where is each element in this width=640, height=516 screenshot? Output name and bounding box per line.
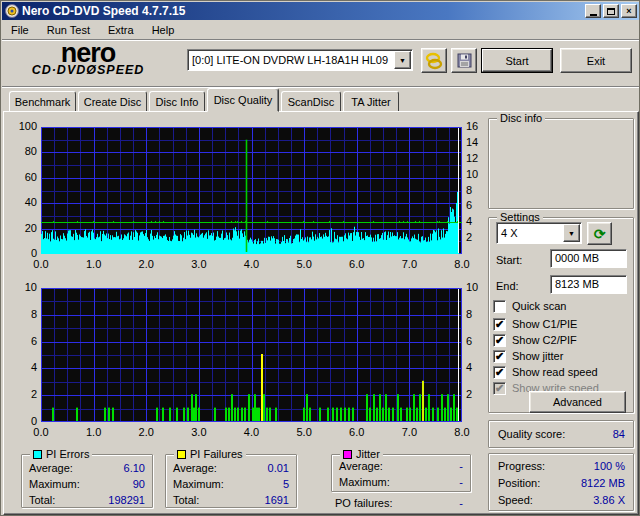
checkbox-box[interactable]: ✔ [493,334,506,347]
change-disc-button[interactable] [421,48,447,73]
pif-yaxis-tick-right: 6 [466,335,472,347]
quality-score-label: Quality score: [498,428,565,440]
speed-selector[interactable]: 4 X ▼ [496,222,582,244]
cddvdspeed-logo-text: CD·DVDØSPEED [13,63,163,77]
exit-button[interactable]: Exit [560,48,632,73]
refresh-button[interactable]: ⟳ [587,222,612,245]
pif-xaxis-tick: 8.0 [447,426,477,438]
minimize-icon [590,14,597,16]
drive-selector-value: [0:0] LITE-ON DVDRW LH-18A1H HL09 [188,54,393,66]
menu-run-test[interactable]: Run Test [38,22,99,38]
pif-total-label: Total: [173,494,199,506]
app-icon [5,4,19,18]
pie-xaxis-tick: 8.0 [447,258,477,270]
speed-yaxis-tick: 6 [466,199,472,211]
advanced-button[interactable]: Advanced [529,391,626,413]
jitter-average-value: - [401,460,463,472]
pif-yaxis-tick-right: 2 [466,388,472,400]
scan-start-field[interactable]: 0000 MB [550,249,627,268]
pie-yaxis-tick: 40 [11,196,37,208]
checkbox-label: Show jitter [512,350,563,362]
maximize-button[interactable] [603,4,619,18]
pif-xaxis-tick: 0.0 [26,426,56,438]
tab-disc-info[interactable]: Disc Info [149,91,205,112]
pif-yaxis-tick: 8 [11,308,37,320]
chevron-down-icon[interactable]: ▼ [563,224,580,242]
tab-benchmark[interactable]: Benchmark [9,91,76,112]
checkbox-box[interactable]: ✔ [493,366,506,379]
pie-yaxis-tick: 60 [11,171,37,183]
po-failures-label: PO failures: [335,497,392,509]
disc-info-groupbox: Disc info [488,118,634,209]
title-bar[interactable]: Nero CD-DVD Speed 4.7.7.15 × [2,2,639,20]
nero-logo: nero CD·DVDØSPEED [13,43,163,77]
checkbox-label: Show read speed [512,366,598,378]
pif-yaxis-tick: 10 [11,281,37,293]
pie-total-value: 198291 [91,494,145,506]
checkbox-label: Quick scan [512,300,566,312]
speed-yaxis-tick: 14 [466,136,478,148]
scan-end-field[interactable]: 8123 MB [550,275,627,294]
quality-score-value: 84 [561,428,625,440]
pie-average-value: 6.10 [91,462,145,474]
pif-xaxis-tick: 4.0 [237,426,267,438]
jitter-title: Jitter [340,448,383,460]
save-button[interactable] [451,48,477,73]
pie-xaxis-tick: 0.0 [26,258,56,270]
tab-disc-quality[interactable]: Disc Quality [207,88,279,112]
pie-xaxis-tick: 3.0 [184,258,214,270]
pif-xaxis-tick: 6.0 [342,426,372,438]
pie-chart-plot [41,127,462,254]
checkbox-show-c2-pif[interactable]: ✔ Show C2/PIF [493,333,577,347]
menu-extra[interactable]: Extra [99,22,143,38]
close-icon: × [626,7,631,16]
pif-xaxis-tick: 1.0 [79,426,109,438]
pif-yaxis-tick: 4 [11,361,37,373]
start-button[interactable]: Start [481,48,553,73]
separator [2,86,639,88]
pie-total-label: Total: [29,494,55,506]
pif-yaxis-tick: 2 [11,388,37,400]
drive-selector[interactable]: [0:0] LITE-ON DVDRW LH-18A1H HL09 ▼ [187,49,413,71]
advanced-button-label: Advanced [553,396,602,408]
window-title: Nero CD-DVD Speed 4.7.7.15 [22,4,185,18]
tab-scandisc[interactable]: ScanDisc [281,91,341,112]
checkbox-box: ✔ [493,382,506,395]
jitter-maximum-value: - [401,476,463,488]
chevron-down-icon[interactable]: ▼ [394,51,411,69]
jitter-maximum-label: Maximum: [339,476,390,488]
checkbox-show-c1-pie[interactable]: ✔ Show C1/PIE [493,317,577,331]
pi-errors-title: PI Errors [30,448,92,460]
checkbox-quick-scan[interactable]: Quick scan [493,299,566,313]
speed-label: Speed: [498,494,533,506]
pif-xaxis-tick: 3.0 [184,426,214,438]
speed-value: 3.86 X [541,494,625,506]
pie-legend-swatch [33,450,42,459]
tab-ta-jitter[interactable]: TA Jitter [343,91,399,112]
pif-yaxis-tick: 6 [11,335,37,347]
pi-failures-title: PI Failures [174,448,246,460]
menu-help[interactable]: Help [143,22,184,38]
speed-yaxis-tick: 12 [466,152,478,164]
checkbox-label: Show C2/PIF [512,334,577,346]
pif-average-label: Average: [173,462,217,474]
speed-yaxis-tick: 4 [466,215,472,227]
checkbox-box[interactable] [493,300,506,313]
checkbox-show-read-speed[interactable]: ✔ Show read speed [493,365,598,379]
checkbox-box[interactable]: ✔ [493,350,506,363]
minimize-button[interactable] [585,4,601,18]
speed-selector-value: 4 X [497,227,562,239]
nero-logo-text: nero [13,43,163,63]
refresh-icon: ⟳ [594,226,606,242]
exit-button-label: Exit [587,55,605,67]
checkbox-box[interactable]: ✔ [493,318,506,331]
speed-yaxis-tick: 8 [466,184,472,196]
progress-label: Progress: [498,460,545,472]
checkbox-show-jitter[interactable]: ✔ Show jitter [493,349,563,363]
menu-file[interactable]: File [2,22,38,38]
pif-xaxis-tick: 2.0 [131,426,161,438]
close-button[interactable]: × [621,4,637,18]
tab-create-disc[interactable]: Create Disc [78,91,147,112]
pie-yaxis-tick: 20 [11,222,37,234]
position-label: Position: [498,477,540,489]
